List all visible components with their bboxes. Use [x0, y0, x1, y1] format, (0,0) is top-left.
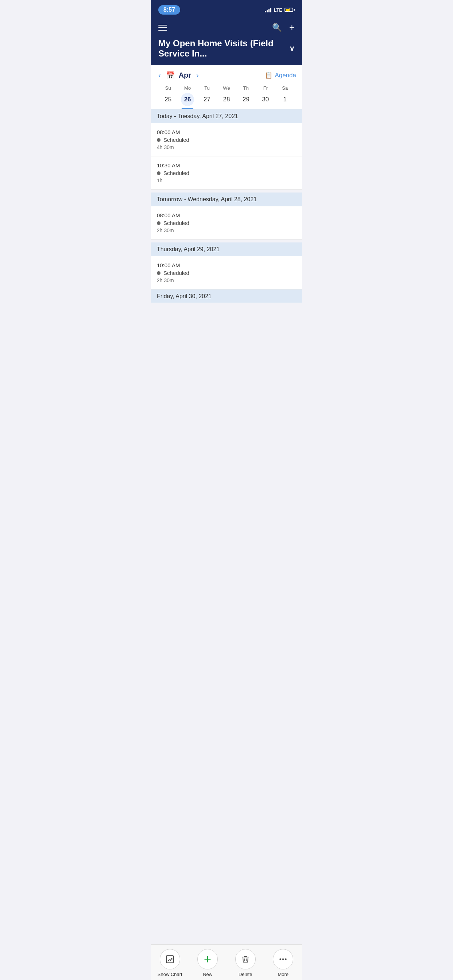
week-days: Su 25 Mo 26 Tu 27 We 28 Th 29 Fr 30 Sa 1: [157, 85, 296, 109]
status-bar: 8:57 LTE ⚡: [151, 0, 302, 18]
event-item[interactable]: 10:30 AM Scheduled 1h: [151, 156, 302, 189]
day-name: We: [223, 85, 230, 91]
header-nav: 🔍 +: [158, 22, 295, 33]
event-item[interactable]: 08:00 AM Scheduled 4h 30m: [151, 123, 302, 156]
day-col-sa[interactable]: Sa 1: [275, 85, 295, 109]
event-duration: 2h 30m: [157, 277, 296, 283]
calendar-header: ‹ 📅 Apr › 📋 Agenda Su 25 Mo 26 Tu 27 We …: [151, 65, 302, 110]
day-name: Sa: [282, 85, 288, 91]
lte-label: LTE: [274, 7, 282, 13]
day-num: 28: [220, 93, 233, 106]
status-dot-icon: [157, 271, 161, 275]
status-dot-icon: [157, 171, 161, 175]
day-col-th[interactable]: Th 29: [236, 85, 256, 109]
event-time: 10:00 AM: [157, 262, 296, 268]
event-time: 08:00 AM: [157, 129, 296, 135]
event-time: 08:00 AM: [157, 212, 296, 218]
day-col-su[interactable]: Su 25: [158, 85, 178, 109]
month-label: Apr: [179, 71, 191, 80]
event-status: Scheduled: [157, 270, 296, 276]
day-num: 1: [278, 93, 292, 106]
month-nav-left: ‹ 📅 Apr ›: [157, 70, 200, 81]
date-section-header-1: Tomorrow - Wednesday, April 28, 2021: [151, 192, 302, 206]
calendar-icon: 📅: [166, 71, 175, 80]
day-num: 30: [259, 93, 272, 106]
month-nav: ‹ 📅 Apr › 📋 Agenda: [157, 70, 296, 81]
day-col-mo[interactable]: Mo 26: [178, 85, 197, 109]
search-icon[interactable]: 🔍: [272, 23, 282, 32]
status-dot-icon: [157, 138, 161, 142]
status-right: LTE ⚡: [265, 7, 295, 13]
add-icon[interactable]: +: [289, 22, 295, 33]
agenda-label: Agenda: [274, 72, 296, 79]
status-label: Scheduled: [163, 137, 189, 143]
day-name: Tu: [204, 85, 210, 91]
status-label: Scheduled: [163, 170, 189, 176]
day-col-fr[interactable]: Fr 30: [256, 85, 275, 109]
dropdown-arrow-icon[interactable]: ∨: [289, 44, 295, 53]
day-num: 25: [161, 93, 175, 106]
date-section-header-3: Friday, April 30, 2021: [151, 290, 302, 302]
status-time: 8:57: [158, 5, 180, 14]
agenda-button[interactable]: 📋 Agenda: [265, 72, 296, 79]
day-num: 29: [239, 93, 252, 106]
battery-icon: ⚡: [284, 8, 295, 12]
agenda-content: Today - Tuesday, April 27, 2021 08:00 AM…: [151, 110, 302, 354]
section-gap: [151, 240, 302, 242]
date-section-header-2: Thursday, April 29, 2021: [151, 242, 302, 256]
status-label: Scheduled: [163, 220, 189, 226]
day-name: Fr: [263, 85, 268, 91]
event-item[interactable]: 08:00 AM Scheduled 2h 30m: [151, 206, 302, 240]
day-num: 26: [181, 93, 194, 106]
day-col-tu[interactable]: Tu 27: [197, 85, 217, 109]
status-dot-icon: [157, 221, 161, 225]
prev-month-button[interactable]: ‹: [157, 70, 162, 81]
day-name: Mo: [184, 85, 191, 91]
day-num: 27: [201, 93, 214, 106]
header-actions: 🔍 +: [272, 22, 295, 33]
page-title: My Open Home Visits (Field Service In...…: [158, 38, 295, 59]
hamburger-menu[interactable]: [158, 25, 167, 30]
event-status: Scheduled: [157, 137, 296, 143]
event-duration: 4h 30m: [157, 145, 296, 150]
event-item[interactable]: 10:00 AM Scheduled 2h 30m: [151, 256, 302, 290]
section-gap: [151, 189, 302, 192]
header: 🔍 + My Open Home Visits (Field Service I…: [151, 18, 302, 65]
day-name: Su: [165, 85, 171, 91]
event-time: 10:30 AM: [157, 162, 296, 169]
event-status: Scheduled: [157, 220, 296, 226]
next-month-button[interactable]: ›: [195, 70, 200, 81]
event-status: Scheduled: [157, 170, 296, 176]
day-col-we[interactable]: We 28: [217, 85, 236, 109]
event-duration: 1h: [157, 178, 296, 183]
day-name: Th: [243, 85, 249, 91]
signal-icon: [265, 7, 271, 13]
status-label: Scheduled: [163, 270, 189, 276]
date-section-header-0: Today - Tuesday, April 27, 2021: [151, 110, 302, 123]
agenda-icon: 📋: [265, 72, 273, 79]
event-duration: 2h 30m: [157, 228, 296, 233]
